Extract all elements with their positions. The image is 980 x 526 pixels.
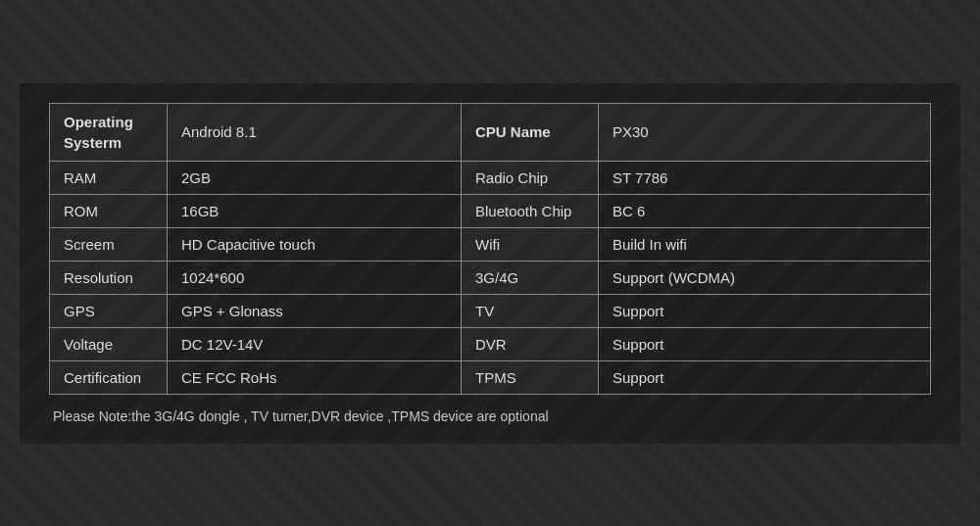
row-left-value: GPS + Glonass	[168, 294, 462, 327]
row-left-value: DC 12V-14V	[168, 327, 462, 360]
row-left-value: 2GB	[168, 161, 462, 194]
row-left-value: 1024*600	[168, 261, 462, 294]
row-right-value: ST 7786	[599, 161, 931, 194]
row-right-value: Support (WCDMA)	[599, 261, 931, 294]
row-right-value: Support	[599, 360, 931, 394]
table-row: ScreemHD Capacitive touchWifiBuild In wi…	[50, 227, 931, 261]
row-right-label: Radio Chip	[462, 161, 599, 194]
row-left-value: HD Capacitive touch	[168, 227, 462, 261]
os-value: Android 8.1	[168, 103, 462, 161]
row-right-label: TPMS	[462, 360, 599, 394]
table-row: VoltageDC 12V-14VDVRSupport	[50, 327, 931, 360]
table-row: GPSGPS + GlonassTVSupport	[50, 294, 931, 327]
row-right-label: Wifi	[462, 227, 599, 261]
row-right-label: DVR	[462, 327, 599, 360]
cpu-value: PX30	[599, 103, 931, 161]
row-right-label: 3G/4G	[462, 261, 599, 294]
table-row: ROM16GBBluetooth ChipBC 6	[50, 194, 931, 227]
row-left-label: Resolution	[50, 261, 168, 294]
note-text: Please Note:the 3G/4G dongle , TV turner…	[49, 408, 931, 424]
row-left-label: ROM	[50, 194, 168, 227]
specs-container: Operating Systerm Android 8.1 CPU Name P…	[20, 83, 960, 444]
row-left-value: CE FCC RoHs	[168, 360, 462, 394]
row-right-value: Support	[599, 294, 931, 327]
cpu-label: CPU Name	[462, 103, 599, 161]
table-row: RAM2GBRadio ChipST 7786	[50, 161, 931, 194]
row-left-label: Certification	[50, 360, 168, 394]
row-right-value: Support	[599, 327, 931, 360]
header-row: Operating Systerm Android 8.1 CPU Name P…	[50, 103, 931, 161]
row-left-label: GPS	[50, 294, 168, 327]
row-left-value: 16GB	[168, 194, 462, 227]
row-left-label: Screem	[50, 227, 168, 261]
row-right-value: BC 6	[599, 194, 931, 227]
row-left-label: RAM	[50, 161, 168, 194]
row-right-label: Bluetooth Chip	[462, 194, 599, 227]
table-row: Resolution1024*6003G/4GSupport (WCDMA)	[50, 261, 931, 294]
row-right-label: TV	[462, 294, 599, 327]
row-right-value: Build In wifi	[599, 227, 931, 261]
os-label: Operating Systerm	[50, 103, 168, 161]
row-left-label: Voltage	[50, 327, 168, 360]
table-row: CertificationCE FCC RoHsTPMSSupport	[50, 360, 931, 394]
specs-table: Operating Systerm Android 8.1 CPU Name P…	[49, 103, 931, 395]
